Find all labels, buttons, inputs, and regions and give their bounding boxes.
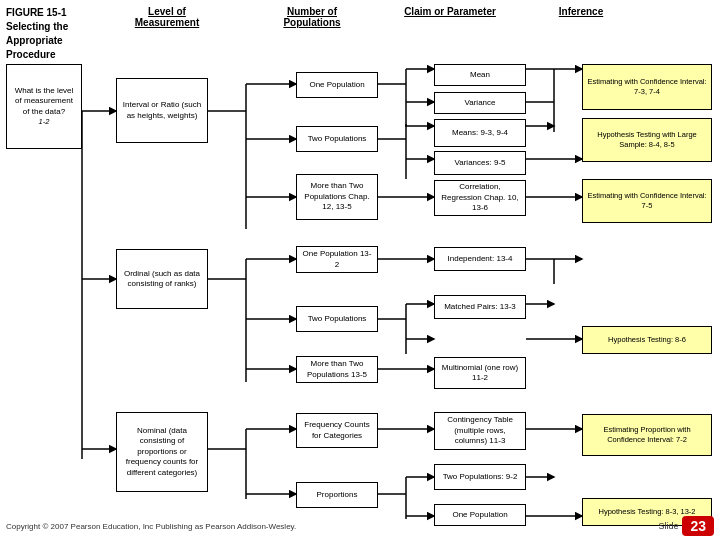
figure-title-block: FIGURE 15-1 Selecting the Appropriate Pr… [6, 6, 114, 62]
claim-independent: Independent: 13-4 [434, 247, 526, 271]
chart-area: What is the level of measurement of the … [6, 64, 720, 534]
level-nominal-box: Nominal (data consisting of proportions … [116, 412, 208, 492]
claim-correlation: Correlation, Regression Chap. 10, 13-6 [434, 180, 526, 216]
header-level: Level of Measurement [118, 6, 216, 28]
claim-variances: Variances: 9-5 [434, 151, 526, 175]
claim-mean: Mean [434, 64, 526, 86]
number-two-pop-ordinal: Two Populations [296, 306, 378, 332]
inference-est-75: Estimating with Confidence Interval: 7-5 [582, 179, 712, 223]
inference-est-prop: Estimating Proportion with Confidence In… [582, 414, 712, 456]
claim-two-pop: Two Populations: 9-2 [434, 464, 526, 490]
number-freq-counts: Frequency Counts for Categories [296, 413, 378, 448]
number-one-pop-interval: One Population [296, 72, 378, 98]
level-interval-box: Interval or Ratio (such as heights, weig… [116, 78, 208, 143]
number-proportions: Proportions [296, 482, 378, 508]
figure-title: FIGURE 15-1 Selecting the Appropriate Pr… [6, 6, 114, 62]
header-inference: Inference [526, 6, 636, 17]
claim-means: Means: 9-3, 9-4 [434, 119, 526, 147]
slide-number: 23 [682, 516, 714, 536]
number-two-pop-interval: Two Populations [296, 126, 378, 152]
number-more-two-interval: More than Two Populations Chap. 12, 13-5 [296, 174, 378, 220]
question-box: What is the level of measurement of the … [6, 64, 82, 149]
claim-matched: Matched Pairs: 13-3 [434, 295, 526, 319]
claim-contingency: Contingency Table (multiple rows, column… [434, 412, 526, 450]
page: FIGURE 15-1 Selecting the Appropriate Pr… [0, 0, 720, 540]
inference-est-73: Estimating with Confidence Interval: 7-3… [582, 64, 712, 110]
header-number: Number of Populations [268, 6, 356, 28]
inference-hyp-86: Hypothesis Testing: 8-6 [582, 326, 712, 354]
copyright-text: Copyright © 2007 Pearson Education, Inc … [6, 522, 296, 531]
header-claim: Claim or Parameter [400, 6, 500, 17]
footer: Copyright © 2007 Pearson Education, Inc … [6, 516, 714, 536]
slide-badge-area: Slide 23 [658, 516, 714, 536]
header-row: FIGURE 15-1 Selecting the Appropriate Pr… [6, 6, 714, 62]
level-ordinal-box: Ordinal (such as data consisting of rank… [116, 249, 208, 309]
number-one-pop-ordinal: One Population 13-2 [296, 246, 378, 273]
claim-multinomial: Multinomial (one row) 11-2 [434, 357, 526, 389]
number-more-two-ordinal: More than Two Populations 13-5 [296, 356, 378, 383]
slide-label: Slide [658, 521, 678, 531]
inference-hyp-large: Hypothesis Testing with Large Sample: 8-… [582, 118, 712, 162]
claim-variance: Variance [434, 92, 526, 114]
